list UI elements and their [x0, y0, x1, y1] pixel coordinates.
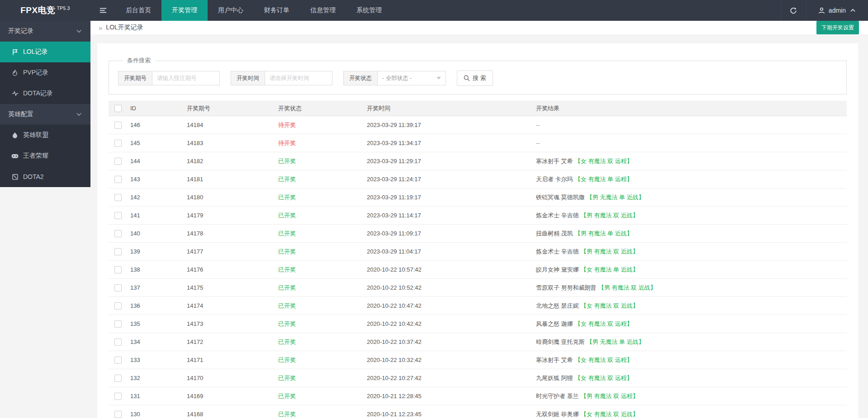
nav-item-draw-management[interactable]: 开奖管理: [161, 0, 208, 21]
nav-item-home[interactable]: 后台首页: [115, 0, 161, 21]
cell-id: 130: [130, 411, 187, 418]
cell-id: 138: [130, 266, 187, 273]
row-checkbox[interactable]: [114, 230, 122, 237]
user-menu[interactable]: admin: [806, 0, 868, 21]
cell-id: 141: [130, 212, 187, 219]
result-attrs: 【女 有魔法 双 近战】: [581, 411, 639, 418]
sidebar-item-label: 王者荣耀: [23, 152, 48, 160]
result-hero: 时光守护者 基兰: [536, 393, 579, 399]
row-checkbox[interactable]: [114, 122, 122, 129]
group-label: 英雄配置: [8, 110, 33, 118]
sidebar-item-kings-glory[interactable]: 王者荣耀: [0, 146, 90, 166]
result-hero: 寒冰射手 艾希: [536, 158, 573, 164]
sidebar-item-lol-records[interactable]: LOL记录: [0, 42, 90, 62]
search-button-label: 搜 索: [473, 74, 486, 82]
status-badge: 已开奖: [278, 338, 296, 345]
cell-id: 137: [130, 284, 187, 291]
row-checkbox[interactable]: [114, 338, 122, 346]
nav-item-finance-orders[interactable]: 财务订单: [254, 0, 300, 21]
brand-name: FPX电竞: [20, 5, 55, 16]
chevron-down-icon: [75, 113, 82, 116]
row-checkbox[interactable]: [114, 411, 122, 418]
cell-id: 136: [130, 302, 187, 309]
row-checkbox[interactable]: [114, 320, 122, 328]
nav-item-info-management[interactable]: 信息管理: [300, 0, 346, 21]
result-attrs: 【男 无魔法 单 近战】: [587, 338, 645, 345]
nav-item-system-management[interactable]: 系统管理: [346, 0, 392, 21]
table-header-row: ID 开奖期号 开奖状态 开奖时间 开奖结果: [109, 101, 847, 116]
select-all-checkbox[interactable]: [114, 105, 122, 112]
next-draw-settings-button[interactable]: 下期开奖设置: [816, 21, 859, 34]
sidebar-item-pvp-records[interactable]: PVP记录: [0, 62, 90, 83]
cell-id: 146: [130, 122, 187, 128]
cell-period: 14172: [187, 338, 278, 345]
draw-period-input[interactable]: [152, 71, 220, 85]
sidebar-item-dota2[interactable]: DOTA2: [0, 166, 90, 187]
draw-time-input[interactable]: [265, 71, 332, 85]
cell-period: 14177: [187, 248, 278, 255]
search-icon: [464, 75, 470, 81]
cell-period: 14178: [187, 230, 278, 237]
result-attrs: 【女 有魔法 双 远程】: [575, 158, 633, 164]
result-attrs: 【女 有魔法 双 远程】: [575, 357, 633, 363]
sidebar-item-label: DOTA2: [23, 173, 44, 180]
sidebar-item-label: DOTA记录: [23, 89, 53, 98]
sidebar-item-lol-heroes[interactable]: 英雄联盟: [0, 125, 90, 146]
main-area: » LOL开奖记录 下期开奖设置 条件搜索 开奖期号 开奖时间: [90, 21, 868, 418]
cell-id: 131: [130, 393, 187, 399]
result-attrs: 【男 无魔法 单 近战】: [587, 194, 645, 201]
row-checkbox[interactable]: [114, 194, 122, 201]
table-row: 146 14184 待开奖 2023-03-29 11:39:17 --: [109, 116, 847, 134]
result-hero: 寒冰射手 艾希: [536, 357, 573, 363]
status-badge: 已开奖: [278, 194, 296, 201]
status-badge: 已开奖: [278, 411, 296, 418]
fire-icon: [11, 70, 19, 76]
sidebar-group-hero-config[interactable]: 英雄配置: [0, 104, 90, 125]
sidebar-item-dota-records[interactable]: DOTA记录: [0, 83, 90, 104]
result-hero: 九尾妖狐 阿狸: [536, 375, 573, 381]
cell-result: 时光守护者 基兰【男 有魔法 双 远程】: [536, 392, 847, 400]
result-hero: 扭曲树精 茂凯: [536, 230, 573, 237]
cell-result: 暗裔剑魔 亚托克斯【男 无魔法 单 近战】: [536, 338, 847, 346]
table-row: 136 14174 已开奖 2020-10-22 10:47:42 北地之怒 瑟…: [109, 297, 847, 315]
table-row: 138 14176 已开奖 2020-10-22 10:57:42 皎月女神 黛…: [109, 261, 847, 279]
search-button[interactable]: 搜 索: [457, 70, 493, 86]
refresh-button[interactable]: [781, 0, 806, 21]
row-checkbox[interactable]: [114, 212, 122, 219]
status-badge: 已开奖: [278, 393, 296, 399]
row-checkbox[interactable]: [114, 248, 122, 255]
draw-records-table: ID 开奖期号 开奖状态 开奖时间 开奖结果 146 14184 待开奖 202…: [109, 101, 847, 418]
row-checkbox[interactable]: [114, 302, 122, 310]
page-title: LOL开奖记录: [106, 23, 143, 32]
draw-status-select[interactable]: - 全部状态 -: [377, 71, 446, 85]
row-checkbox[interactable]: [114, 393, 122, 400]
row-checkbox[interactable]: [114, 357, 122, 364]
sidebar-toggle-button[interactable]: [90, 0, 115, 21]
nav-item-user-center[interactable]: 用户中心: [208, 0, 254, 21]
status-badge: 已开奖: [278, 284, 296, 291]
row-checkbox[interactable]: [114, 158, 122, 165]
result-hero: 铁铠冥魂 莫德凯撒: [536, 194, 585, 201]
draw-status-label: 开奖状态: [343, 71, 377, 85]
cell-period: 14174: [187, 302, 278, 309]
row-checkbox[interactable]: [114, 140, 122, 147]
content-panel: 条件搜索 开奖期号 开奖时间 开奖状态 - 全部状态 -: [97, 43, 858, 418]
result-hero: 北地之怒 瑟庄妮: [536, 302, 579, 309]
result-hero: 雪原双子 努努和威朗普: [536, 284, 597, 291]
row-checkbox[interactable]: [114, 284, 122, 291]
brand-version: TP5.3: [57, 6, 70, 11]
ink-drop-icon: [11, 132, 19, 139]
table-row: 143 14181 已开奖 2023-03-29 11:24:17 天启者 卡尔…: [109, 170, 847, 188]
cell-result: 天启者 卡尔玛【女 有魔法 单 远程】: [536, 175, 847, 183]
row-checkbox[interactable]: [114, 375, 122, 382]
hamburger-icon: [100, 7, 107, 14]
sidebar-group-draw-records[interactable]: 开奖记录: [0, 21, 90, 42]
cell-period: 14179: [187, 212, 278, 219]
column-header-id: ID: [130, 105, 187, 112]
result-hero: 风暴之怒 迦娜: [536, 320, 573, 327]
cell-result: 雪原双子 努努和威朗普【男 有魔法 双 近战】: [536, 284, 847, 292]
row-checkbox[interactable]: [114, 176, 122, 183]
status-badge: 已开奖: [278, 248, 296, 255]
row-checkbox[interactable]: [114, 266, 122, 273]
cell-period: 14168: [187, 411, 278, 418]
